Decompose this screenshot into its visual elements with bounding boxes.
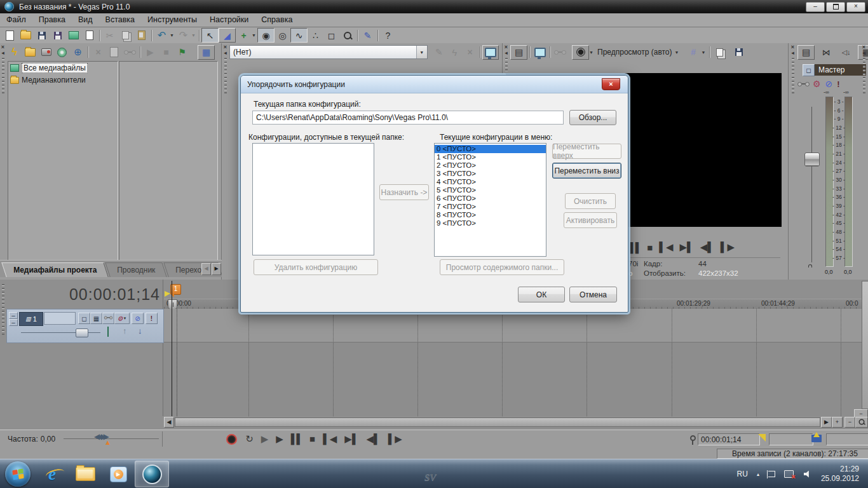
zoom-tool-button2[interactable]	[855, 417, 868, 428]
copy-button[interactable]	[118, 29, 133, 42]
import-media-button[interactable]	[65, 29, 81, 42]
track-minimize-button[interactable]: –	[9, 312, 18, 319]
panel-grip[interactable]: × ◂	[0, 44, 6, 127]
menu-item[interactable]: Настройки	[203, 13, 255, 27]
taskbar-windows-explorer[interactable]	[69, 461, 102, 487]
timeline-timecode-display[interactable]: 00:00:01;14	[23, 285, 160, 304]
project-properties-button[interactable]	[50, 29, 65, 42]
tray-expand-icon[interactable]: ▴	[757, 471, 759, 477]
vu-meter-right[interactable]	[844, 97, 853, 267]
external-monitor-button2[interactable]	[532, 46, 548, 59]
media-list-pane[interactable]	[119, 61, 218, 261]
view-folder-contents-button[interactable]: Просмотр содержимого папки...	[440, 259, 564, 275]
network-status-icon[interactable]	[784, 470, 794, 478]
new-project-button[interactable]	[2, 29, 18, 42]
language-indicator[interactable]: RU	[737, 470, 748, 478]
menu-item[interactable]: Справка	[255, 13, 299, 27]
extract-audio-cd-button[interactable]	[54, 46, 70, 59]
panel-grip[interactable]: × ◂	[222, 44, 228, 127]
panel-grip-right[interactable]: × ◂	[861, 44, 867, 127]
mixer-properties-button[interactable]: ▤	[797, 45, 815, 60]
timeline-grip[interactable]	[0, 282, 6, 339]
track-automation-button[interactable]: ⚙▼	[114, 313, 130, 324]
track-arrow-down-icon[interactable]: ↓	[138, 326, 142, 336]
rate-marker-icon[interactable]: ▲	[104, 438, 111, 446]
track-plug-button[interactable]	[102, 313, 114, 324]
scroll-right-button[interactable]: ▶	[821, 417, 832, 428]
overlay-dropdown-icon[interactable]: ▼	[702, 50, 707, 55]
browse-button[interactable]: Обзор...	[569, 110, 616, 125]
track-mute-button[interactable]: ⊘	[132, 313, 144, 324]
track-name-field[interactable]	[44, 312, 76, 325]
clear-button[interactable]: Очистить	[565, 193, 616, 209]
loop-playback-button[interactable]: ↻	[245, 431, 254, 447]
zoom-in-button[interactable]: +	[832, 417, 843, 428]
delete-config-button[interactable]: Удалить конфигурацию	[254, 259, 378, 275]
volume-icon[interactable]	[804, 471, 811, 478]
open-in-trimmer-button[interactable]	[81, 29, 97, 42]
copy-snapshot-button[interactable]	[712, 46, 728, 59]
panel-grip[interactable]: × ◂	[790, 44, 796, 127]
pause-button[interactable]: ▌▌	[291, 431, 302, 447]
ignore-event-grouping-button[interactable]: ◻	[323, 29, 339, 42]
bus-name[interactable]: Мастер	[815, 64, 866, 76]
undo-button[interactable]: ↶	[154, 29, 170, 42]
tree-item-all-media[interactable]: Все медиафайлы	[8, 62, 118, 74]
media-bins-button[interactable]: ⚑	[174, 46, 190, 59]
track-media-generator-icon[interactable]	[107, 327, 109, 336]
bus-mute-icon[interactable]: ⊘	[825, 79, 833, 89]
cut-button[interactable]: ✂	[102, 29, 118, 42]
preview-stop-button[interactable]: ■	[158, 46, 174, 59]
assign-button[interactable]: Назначить ->	[379, 184, 429, 200]
save-snapshot-button[interactable]	[731, 46, 747, 59]
delete-preset-button[interactable]: ×	[462, 46, 477, 59]
lock-envelopes-button[interactable]: ∴	[308, 29, 323, 42]
tab-explorer[interactable]: Проводник	[105, 262, 167, 277]
folder-path-field[interactable]: C:\Users\Renat\AppData\Roaming\Sony\Vega…	[252, 111, 564, 125]
overlay-grid-button[interactable]: #	[686, 46, 702, 59]
bus-minimize-button[interactable]: ◻	[803, 64, 815, 76]
split-screen-button[interactable]	[552, 46, 568, 59]
minimize-button[interactable]: –	[806, 2, 825, 12]
track-arrow-up-icon[interactable]: ↑	[123, 326, 127, 336]
preview-prev-frame-button[interactable]: ◀▌	[700, 241, 714, 253]
track-fx-button[interactable]: ▦	[90, 313, 102, 324]
preview-go-start-button[interactable]: ▌◀	[659, 241, 673, 253]
save-button[interactable]	[34, 29, 50, 42]
selection-length-field[interactable]	[826, 433, 868, 445]
preview-next-frame-button[interactable]: ▌▶	[721, 241, 735, 253]
save-preset-button[interactable]: ϟ	[447, 46, 462, 59]
track-1-header[interactable]: – – ▥ 1 ◻ ▦ ⚙▼ ⊘ ! ↑ ↓	[6, 309, 164, 343]
menu-item[interactable]: Правка	[32, 13, 72, 27]
play-button[interactable]: ▶	[276, 431, 283, 447]
collapse-panel-icon[interactable]: ◂	[224, 50, 227, 56]
tab-project-media[interactable]: Медиафайлы проекта	[1, 262, 109, 277]
track-restore-button[interactable]: –	[9, 319, 18, 326]
paste-button[interactable]	[133, 29, 149, 42]
prev-frame-button[interactable]: ◀▌	[367, 431, 381, 447]
menu-item[interactable]: Файл	[0, 13, 32, 27]
config-list-item[interactable]: 3 <ПУСТО>	[435, 170, 546, 178]
whats-this-help-button[interactable]: ?	[380, 29, 396, 42]
tree-item-media-bins[interactable]: Медианакопители	[8, 74, 118, 86]
preview-stop-button[interactable]: ■	[647, 242, 653, 253]
config-list-item[interactable]: 4 <ПУСТО>	[435, 178, 546, 186]
next-frame-button[interactable]: ▌▶	[388, 431, 402, 447]
config-list-item[interactable]: 1 <ПУСТО>	[435, 153, 546, 161]
timeline-scrollbar-thumb[interactable]	[175, 417, 820, 427]
config-list-item[interactable]: 7 <ПУСТО>	[435, 203, 546, 211]
open-button[interactable]	[18, 29, 34, 42]
config-list-item[interactable]: 8 <ПУСТО>	[435, 211, 546, 219]
config-list-item[interactable]: 6 <ПУСТО>	[435, 194, 546, 203]
capture-video-button[interactable]	[38, 46, 54, 59]
restore-button[interactable]	[826, 2, 845, 12]
move-up-button[interactable]: Переместить вверх	[552, 144, 621, 159]
preview-pause-button[interactable]: ▌▌	[630, 242, 641, 253]
media-fx-plug-button[interactable]	[122, 46, 138, 59]
config-list-item[interactable]: 0 <ПУСТО>	[435, 145, 546, 153]
bus-fx-plug-icon[interactable]	[799, 83, 808, 88]
taskbar-vegas-pro[interactable]	[135, 461, 169, 487]
redo-dropdown-icon[interactable]: ▼	[191, 33, 197, 37]
available-configs-listbox[interactable]	[252, 143, 374, 255]
taskbar-media-player[interactable]: ▶	[102, 461, 135, 487]
